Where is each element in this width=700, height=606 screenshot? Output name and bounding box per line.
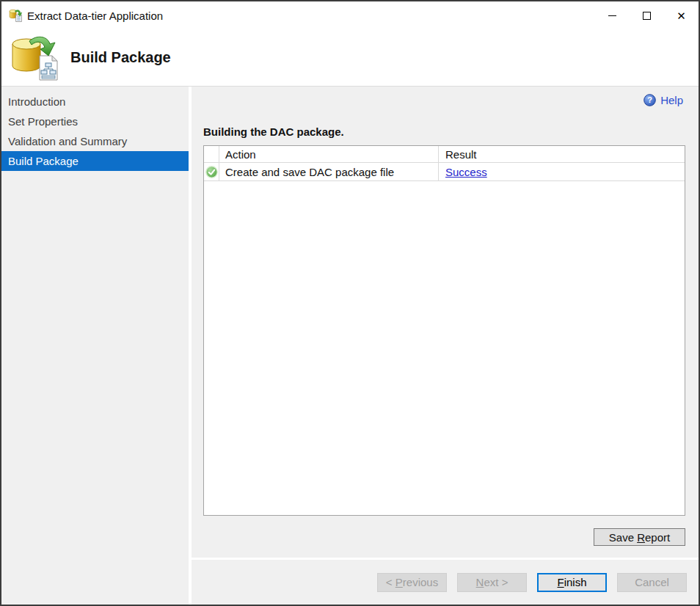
table-row: Create and save DAC package file Success	[204, 163, 685, 181]
save-report-button[interactable]: Save Report	[594, 528, 685, 546]
results-table: Action Result	[203, 145, 685, 516]
previous-button[interactable]: < Previous	[377, 573, 447, 592]
result-success-link[interactable]: Success	[445, 166, 487, 178]
help-row: ? Help	[192, 87, 699, 107]
save-report-row: Save Report	[192, 528, 685, 546]
save-report-label: Save Report	[609, 531, 670, 544]
previous-label: < Previous	[386, 576, 438, 588]
wizard-window: Extract Data-tier Application ✕	[0, 0, 700, 606]
table-header-icon-column	[204, 146, 219, 162]
next-label: Next >	[476, 576, 508, 588]
help-icon: ?	[644, 94, 656, 106]
minimize-button[interactable]	[595, 1, 630, 29]
help-label: Help	[660, 94, 683, 106]
footer: < Previous Next > Finish Cancel	[192, 560, 699, 605]
table-header-action: Action	[219, 146, 439, 162]
finish-button[interactable]: Finish	[537, 573, 607, 592]
row-status-cell	[204, 163, 219, 180]
table-header-row: Action Result	[204, 146, 685, 163]
minimize-icon	[608, 15, 616, 16]
finish-label: Finish	[557, 576, 586, 588]
status-text: Building the DAC package.	[203, 125, 699, 138]
close-icon: ✕	[677, 10, 686, 21]
window-controls: ✕	[595, 1, 699, 29]
database-to-package-icon	[7, 34, 62, 81]
page-title: Build Package	[70, 49, 171, 66]
next-button[interactable]: Next >	[457, 573, 527, 592]
help-link[interactable]: ? Help	[644, 94, 683, 106]
sidebar-item-introduction[interactable]: Introduction	[1, 92, 189, 112]
maximize-button[interactable]	[630, 1, 664, 29]
sidebar-item-build-package[interactable]: Build Package	[1, 151, 189, 171]
sidebar-item-validation-and-summary[interactable]: Validation and Summary	[1, 131, 189, 151]
row-action-cell: Create and save DAC package file	[219, 163, 439, 180]
main-panel: ? Help Building the DAC package. Action …	[192, 87, 699, 605]
success-check-icon	[205, 166, 218, 178]
window-title: Extract Data-tier Application	[27, 10, 163, 22]
table-header-result: Result	[439, 146, 685, 162]
cancel-label: Cancel	[635, 576, 669, 588]
close-button[interactable]: ✕	[664, 1, 699, 29]
sidebar: Introduction Set Properties Validation a…	[1, 87, 189, 605]
titlebar: Extract Data-tier Application ✕	[1, 1, 699, 29]
wizard-header: Build Package	[1, 29, 699, 87]
app-icon	[9, 9, 22, 22]
table-empty-area	[204, 181, 685, 515]
row-result-cell: Success	[439, 163, 685, 180]
content: Introduction Set Properties Validation a…	[1, 87, 699, 605]
cancel-button[interactable]: Cancel	[617, 573, 687, 592]
svg-text:?: ?	[647, 95, 652, 104]
sidebar-item-set-properties[interactable]: Set Properties	[1, 112, 189, 131]
maximize-icon	[643, 12, 651, 20]
